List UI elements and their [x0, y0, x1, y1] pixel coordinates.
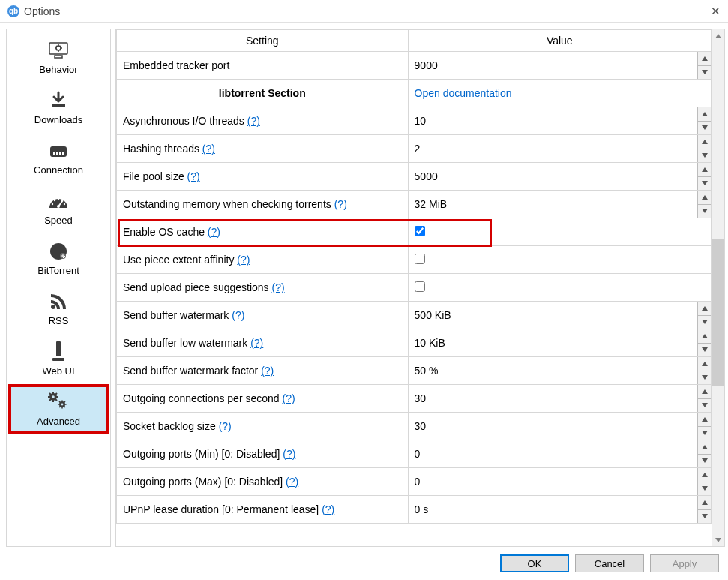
- value-cell[interactable]: 30: [408, 413, 711, 440]
- spinner[interactable]: [697, 302, 711, 329]
- spin-down-icon[interactable]: [698, 66, 711, 80]
- scroll-track[interactable]: [712, 42, 724, 533]
- checkbox[interactable]: [415, 254, 425, 264]
- spinner[interactable]: [697, 135, 711, 162]
- spin-up-icon[interactable]: [698, 468, 711, 482]
- value-cell[interactable]: 9000: [408, 52, 711, 80]
- spinner[interactable]: [697, 163, 711, 190]
- rss-icon: [49, 291, 67, 312]
- svg-point-23: [61, 404, 64, 406]
- spinner[interactable]: [697, 52, 711, 79]
- spin-up-icon[interactable]: [698, 440, 711, 455]
- setting-label: Use piece extent affinity (?): [117, 246, 409, 274]
- spinner[interactable]: [697, 496, 711, 523]
- spinner[interactable]: [697, 468, 711, 495]
- sidebar-item-behavior[interactable]: Behavior: [10, 34, 107, 81]
- spinner[interactable]: [697, 413, 711, 440]
- setting-label: File pool size (?): [117, 163, 409, 191]
- value-cell[interactable]: 10: [408, 107, 711, 135]
- spin-up-icon[interactable]: [698, 107, 711, 122]
- spin-down-icon[interactable]: [698, 482, 711, 496]
- setting-label: Outgoing ports (Max) [0: Disabled] (?): [117, 468, 409, 496]
- svg-rect-19: [52, 358, 64, 361]
- scroll-thumb[interactable]: [712, 239, 724, 386]
- sidebar-item-rss[interactable]: RSS: [10, 285, 107, 332]
- help-link[interactable]: (?): [232, 309, 244, 321]
- help-link[interactable]: (?): [187, 170, 200, 182]
- spin-up-icon[interactable]: [698, 385, 711, 399]
- help-link[interactable]: (?): [271, 281, 284, 293]
- help-link[interactable]: (?): [208, 226, 220, 238]
- help-link[interactable]: (?): [250, 337, 263, 349]
- scroll-up-icon[interactable]: [712, 29, 724, 42]
- header-setting[interactable]: Setting: [117, 30, 409, 52]
- spin-up-icon[interactable]: [698, 413, 711, 427]
- spin-down-icon[interactable]: [698, 455, 711, 468]
- value-cell[interactable]: 0 s: [408, 496, 711, 524]
- help-link[interactable]: (?): [247, 115, 260, 127]
- vertical-scrollbar[interactable]: [712, 29, 724, 546]
- close-button[interactable]: ✕: [706, 5, 721, 18]
- spin-up-icon[interactable]: [698, 135, 711, 149]
- value-cell[interactable]: 5000: [408, 163, 711, 191]
- sidebar-item-advanced[interactable]: Advanced: [10, 386, 107, 433]
- spinner[interactable]: [697, 191, 711, 218]
- spinner[interactable]: [697, 357, 711, 384]
- value-cell[interactable]: [408, 246, 711, 274]
- spin-down-icon[interactable]: [698, 344, 711, 357]
- value-cell[interactable]: 32 MiB: [408, 191, 711, 218]
- help-link[interactable]: (?): [282, 392, 295, 404]
- scroll-down-icon[interactable]: [712, 533, 724, 546]
- value-text: 5000: [415, 170, 438, 182]
- help-link[interactable]: (?): [286, 476, 298, 488]
- open-documentation-link[interactable]: Open documentation: [415, 87, 512, 99]
- spinner[interactable]: [697, 440, 711, 467]
- checkbox[interactable]: [415, 226, 425, 236]
- help-link[interactable]: (?): [322, 503, 334, 515]
- help-link[interactable]: (?): [202, 143, 215, 155]
- spin-up-icon[interactable]: [698, 496, 711, 510]
- value-cell[interactable]: 10 KiB: [408, 329, 711, 357]
- spin-down-icon[interactable]: [698, 177, 711, 191]
- value-cell[interactable]: [408, 274, 711, 302]
- sidebar-item-downloads[interactable]: Downloads: [10, 84, 107, 131]
- help-link[interactable]: (?): [334, 198, 347, 210]
- sidebar-item-webui[interactable]: Web UI: [10, 335, 107, 383]
- spin-up-icon[interactable]: [698, 52, 711, 66]
- value-cell[interactable]: 50 %: [408, 357, 711, 385]
- spin-down-icon[interactable]: [698, 510, 711, 524]
- sidebar-item-connection[interactable]: Connection: [10, 134, 107, 182]
- cancel-button[interactable]: Cancel: [575, 554, 644, 572]
- value-cell[interactable]: 30: [408, 385, 711, 413]
- sidebar-item-speed[interactable]: Speed: [10, 185, 107, 232]
- apply-button[interactable]: Apply: [650, 554, 719, 572]
- spin-down-icon[interactable]: [698, 149, 711, 163]
- spin-up-icon[interactable]: [698, 329, 711, 344]
- header-value[interactable]: Value: [408, 30, 711, 52]
- spin-down-icon[interactable]: [698, 371, 711, 385]
- spinner[interactable]: [697, 107, 711, 134]
- spin-down-icon[interactable]: [698, 427, 711, 440]
- sidebar-item-bittorrent[interactable]: BitTorrent: [10, 235, 107, 282]
- spin-down-icon[interactable]: [698, 316, 711, 329]
- spin-up-icon[interactable]: [698, 191, 711, 205]
- spin-down-icon[interactable]: [698, 205, 711, 218]
- spin-up-icon[interactable]: [698, 163, 711, 177]
- value-cell[interactable]: 2: [408, 135, 711, 163]
- help-link[interactable]: (?): [261, 365, 274, 377]
- value-cell[interactable]: 500 KiB: [408, 302, 711, 329]
- value-cell[interactable]: [408, 218, 711, 246]
- help-link[interactable]: (?): [237, 254, 250, 266]
- spin-up-icon[interactable]: [698, 357, 711, 371]
- checkbox[interactable]: [415, 281, 425, 292]
- ok-button[interactable]: OK: [500, 554, 569, 572]
- value-cell[interactable]: 0: [408, 468, 711, 496]
- value-cell[interactable]: 0: [408, 440, 711, 468]
- help-link[interactable]: (?): [219, 420, 232, 432]
- spin-up-icon[interactable]: [698, 302, 711, 316]
- spinner[interactable]: [697, 329, 711, 356]
- spin-down-icon[interactable]: [698, 122, 711, 135]
- spin-down-icon[interactable]: [698, 399, 711, 413]
- help-link[interactable]: (?): [283, 448, 295, 460]
- spinner[interactable]: [697, 385, 711, 412]
